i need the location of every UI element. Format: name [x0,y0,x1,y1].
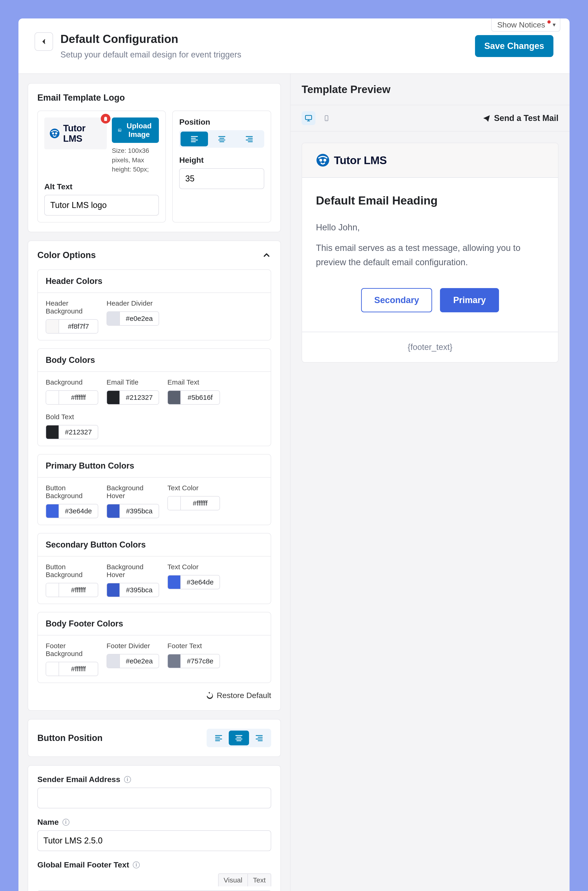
color-hex-value: #f8f7f7 [59,320,98,333]
alt-text-label: Alt Text [44,182,159,191]
sender-name-input[interactable] [38,830,271,851]
sender-email-label: Sender Email Address [38,775,120,784]
color-hex-value: #395bca [120,583,159,597]
logo-preview-chip: Tutor LMS [44,117,107,149]
color-hex-value: #ffffff [59,391,98,404]
color-swatch[interactable]: #3e64de [167,575,220,589]
delete-logo-button[interactable] [101,114,111,123]
color-hex-value: #3e64de [181,575,219,589]
color-swatch[interactable]: #e0e2ea [106,312,159,326]
show-notices-toggle[interactable]: Show Notices ▼ [491,18,560,32]
btn-align-center[interactable] [229,731,249,745]
send-test-mail-button[interactable]: Send a Test Mail [483,113,558,123]
preview-body-text: This email serves as a test message, all… [316,241,544,269]
color-label: Email Title [106,378,159,386]
color-chip [168,497,181,510]
logo-brand-text: Tutor LMS [63,123,102,144]
align-left-button[interactable] [180,132,208,146]
email-preview-card: Tutor LMS Default Email Heading Hello Jo… [302,143,558,363]
color-swatch[interactable]: #f8f7f7 [46,319,98,334]
btn-align-left[interactable] [208,731,229,745]
color-chip [46,662,59,676]
color-swatch-group: Background#ffffff [46,378,98,405]
color-label: Background Hover [106,484,159,500]
color-chip [107,583,120,597]
save-button[interactable]: Save Changes [475,35,554,57]
color-options-title: Color Options [38,250,96,260]
color-swatch[interactable]: #ffffff [46,662,98,676]
color-swatch[interactable]: #3e64de [46,504,98,518]
color-swatch[interactable]: #ffffff [46,390,98,405]
arrow-left-icon [40,38,48,46]
color-label: Text Color [167,484,220,492]
refresh-icon [206,692,213,699]
align-right-button[interactable] [236,132,263,146]
svg-point-14 [316,154,329,167]
color-swatch-group: Button Background#3e64de [46,484,98,518]
button-position-panel: Button Position [28,719,281,757]
color-label: Footer Text [167,642,220,650]
info-icon[interactable]: i [124,776,131,783]
color-swatch[interactable]: #e0e2ea [106,654,159,668]
color-swatch[interactable]: #5b616f [167,390,220,405]
editor-tab-text[interactable]: Text [248,873,271,886]
color-swatch[interactable]: #ffffff [46,583,98,597]
color-group: Primary Button ColorsButton Background#3… [38,454,271,525]
color-swatch[interactable]: #212327 [106,390,159,405]
color-label: Header Divider [106,300,159,307]
mobile-preview-button[interactable] [320,111,333,125]
preview-primary-button[interactable]: Primary [440,288,499,312]
button-position-title: Button Position [38,733,103,743]
color-group: Body Footer ColorsFooter Background#ffff… [38,612,271,683]
color-swatch[interactable]: #395bca [106,504,159,518]
svg-point-0 [50,129,60,138]
color-hex-value: #e0e2ea [120,312,159,325]
position-segmented [179,130,264,148]
color-swatch-group: Footer Divider#e0e2ea [106,642,159,676]
color-swatch-group: Email Title#212327 [106,378,159,405]
color-options-header[interactable]: Color Options [28,241,280,269]
info-icon[interactable]: i [133,861,140,868]
align-center-button[interactable] [208,132,236,146]
btn-align-right[interactable] [249,731,269,745]
desktop-preview-button[interactable] [302,111,315,125]
color-hex-value: #ffffff [181,497,219,510]
sender-name-label: Name [38,817,59,826]
color-chip [46,320,59,333]
template-preview-title: Template Preview [302,83,558,96]
alt-text-input[interactable] [44,195,159,215]
color-group-title: Secondary Button Colors [38,533,271,557]
color-chip [46,583,59,597]
height-input[interactable] [179,168,264,189]
color-swatch[interactable]: #757c8e [167,654,220,668]
color-swatch-group: Bold Text#212327 [46,413,98,439]
info-icon[interactable]: i [63,819,69,826]
notice-dot-icon [548,20,550,24]
editor-tab-visual[interactable]: Visual [218,873,248,886]
color-label: Button Background [46,484,98,500]
align-right-icon [255,734,263,742]
svg-point-13 [326,120,327,120]
image-icon [118,127,122,133]
color-chip [107,391,120,404]
color-swatch-group: Text Color#ffffff [167,484,220,518]
mobile-icon [323,115,330,122]
color-swatch-group: Button Background#ffffff [46,563,98,597]
color-swatch[interactable]: #395bca [106,583,159,597]
color-swatch-group: Background Hover#395bca [106,563,159,597]
color-swatch[interactable]: #212327 [46,425,98,439]
preview-greeting: Hello John, [316,220,544,235]
logo-panel: Email Template Logo [28,83,281,232]
restore-default-button[interactable]: Restore Default [206,691,271,700]
back-button[interactable] [34,32,53,51]
sender-email-input[interactable] [38,787,271,808]
svg-rect-11 [306,116,312,120]
color-swatch-group: Footer Text#757c8e [167,642,220,676]
position-label: Position [179,117,264,126]
upload-image-button[interactable]: Upload Image [112,117,159,143]
height-label: Height [179,156,264,165]
color-swatch[interactable]: #ffffff [167,496,220,510]
paper-plane-icon [483,114,490,122]
preview-heading: Default Email Heading [316,194,544,207]
preview-secondary-button[interactable]: Secondary [361,288,432,312]
